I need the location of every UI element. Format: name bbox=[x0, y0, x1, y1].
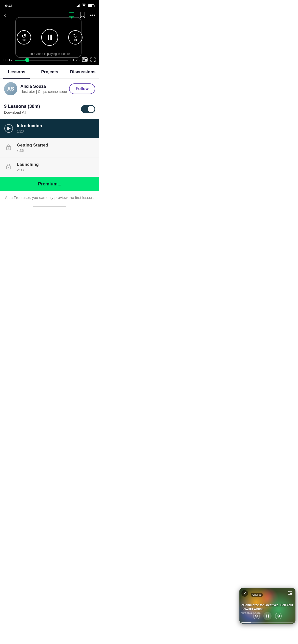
video-center-controls: ↺ 10 ↻ 10 bbox=[17, 29, 83, 46]
lesson-duration: 2:03 bbox=[17, 168, 39, 172]
download-all-label: Download All bbox=[4, 110, 40, 114]
lesson-details: Getting Started 4:36 bbox=[17, 143, 48, 153]
lesson-duration: 4:36 bbox=[17, 149, 48, 153]
lessons-count-row: 9 Lessons (30m) Download All bbox=[0, 99, 99, 119]
video-player[interactable]: ‹ ••• ↺ 10 ↻ 10 bbox=[0, 9, 99, 65]
wifi-icon bbox=[82, 4, 86, 8]
progress-thumb[interactable] bbox=[25, 58, 29, 62]
lesson-item-introduction[interactable]: Introduction 1:23 bbox=[0, 119, 99, 138]
lessons-count: 9 Lessons (30m) bbox=[4, 104, 40, 109]
home-indicator bbox=[0, 204, 99, 210]
instructor-name: Alicia Souza bbox=[20, 84, 69, 89]
lesson-item-launching[interactable]: Launching 2:03 bbox=[0, 157, 99, 177]
instructor-row: AS Alicia Souza Illustrator | Chips conn… bbox=[0, 79, 99, 99]
video-bottom-controls: 00:17 01:23 bbox=[0, 55, 99, 65]
progress-row: 00:17 01:23 bbox=[4, 57, 96, 63]
lesson-lock-icon bbox=[4, 163, 13, 172]
follow-button[interactable]: Follow bbox=[69, 83, 95, 94]
svg-point-5 bbox=[8, 167, 9, 168]
lesson-details: Launching 2:03 bbox=[17, 162, 39, 172]
progress-track[interactable] bbox=[15, 60, 68, 61]
total-time: 01:23 bbox=[71, 58, 79, 62]
video-top-right: ••• bbox=[68, 11, 95, 19]
tabs: Lessons Projects Discussions bbox=[0, 65, 99, 79]
battery-icon bbox=[88, 4, 94, 7]
current-time: 00:17 bbox=[4, 58, 12, 62]
instructor-info: Alicia Souza Illustrator | Chips connois… bbox=[20, 84, 69, 94]
download-toggle[interactable] bbox=[81, 105, 95, 113]
instructor-avatar: AS bbox=[4, 82, 17, 95]
instructor-title: Illustrator | Chips connoisseur bbox=[20, 90, 69, 94]
pip-toggle-icon[interactable] bbox=[82, 57, 88, 63]
airplay-icon[interactable] bbox=[68, 12, 75, 19]
fullscreen-icon[interactable] bbox=[90, 57, 96, 63]
status-bar: 9:41 bbox=[0, 0, 99, 9]
svg-rect-1 bbox=[85, 59, 87, 61]
lesson-duration: 1:23 bbox=[17, 129, 42, 133]
signal-icon bbox=[76, 4, 80, 7]
skip-forward-button[interactable]: ↻ 10 bbox=[68, 30, 83, 45]
free-user-notice: As a Free user, you can only preview the… bbox=[0, 191, 99, 204]
tab-discussions[interactable]: Discussions bbox=[66, 65, 99, 78]
svg-point-3 bbox=[8, 148, 9, 149]
lesson-lock-icon bbox=[4, 143, 13, 152]
more-options-icon[interactable]: ••• bbox=[90, 12, 95, 18]
premium-text: Premium... bbox=[38, 181, 61, 186]
lesson-item-getting-started[interactable]: Getting Started 4:36 bbox=[0, 138, 99, 157]
bookmark-icon[interactable] bbox=[80, 11, 85, 19]
time: 9:41 bbox=[5, 4, 13, 8]
tab-lessons[interactable]: Lessons bbox=[0, 65, 33, 78]
premium-banner[interactable]: Premium... bbox=[0, 177, 99, 191]
skip-back-button[interactable]: ↺ 10 bbox=[17, 30, 31, 45]
lesson-title: Launching bbox=[17, 162, 39, 167]
tab-projects[interactable]: Projects bbox=[33, 65, 66, 78]
lesson-title: Getting Started bbox=[17, 143, 48, 148]
back-button[interactable]: ‹ bbox=[4, 12, 6, 19]
pause-button[interactable] bbox=[41, 29, 58, 46]
lesson-play-icon bbox=[4, 124, 13, 133]
status-icons bbox=[76, 4, 94, 8]
lesson-title: Introduction bbox=[17, 123, 42, 128]
lessons-info: 9 Lessons (30m) Download All bbox=[4, 104, 40, 114]
video-top-controls: ‹ ••• bbox=[0, 9, 99, 21]
lesson-details: Introduction 1:23 bbox=[17, 123, 42, 133]
